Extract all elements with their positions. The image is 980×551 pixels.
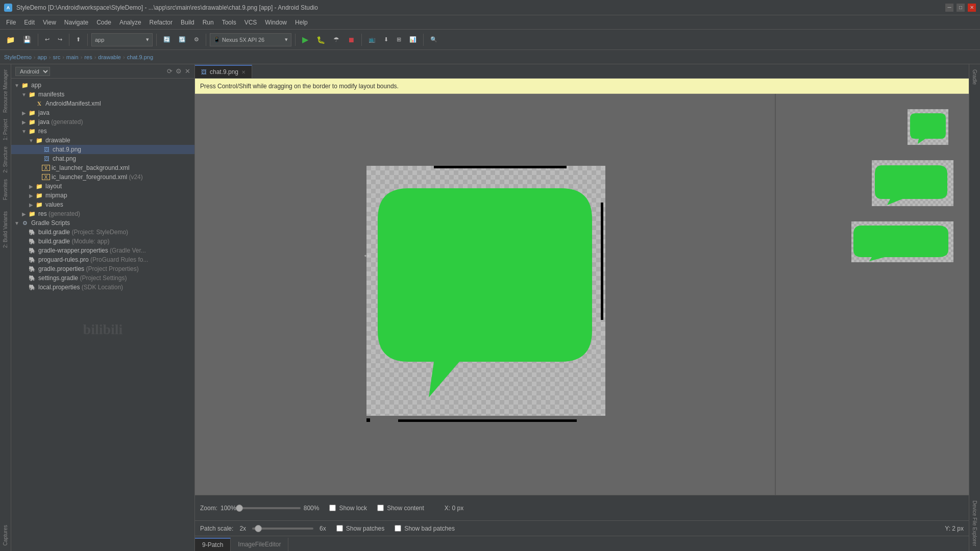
toolbar-debug-btn[interactable]: 🐛 [313, 33, 328, 47]
toolbar-gradle-btn[interactable]: ⚙ [191, 33, 202, 47]
tab-9patch[interactable]: 9-Patch [195, 538, 231, 551]
editor-area: 🖼 chat.9.png ✕ Press Control/Shift while… [195, 64, 969, 551]
tree-ic-launcher-bg[interactable]: X ic_launcher_background.xml [11, 163, 194, 172]
np-bottom-left-dot [366, 418, 370, 422]
breadcrumb-item-6[interactable]: chat.9.png [127, 54, 153, 60]
menu-build[interactable]: Build [177, 17, 199, 28]
captures-tab[interactable]: Captures [2, 522, 9, 549]
build-variants-tab[interactable]: 2: Build Variants [2, 208, 9, 251]
menu-vcs[interactable]: VCS [240, 17, 261, 28]
tree-gradle-wrapper[interactable]: 🐘 gradle-wrapper.properties (Gradle Ver.… [11, 246, 194, 255]
show-lock-checkbox[interactable] [329, 505, 336, 511]
menu-view[interactable]: View [39, 17, 60, 28]
menu-help[interactable]: Help [291, 17, 312, 28]
toolbar-open-btn[interactable]: 📁 [3, 33, 18, 47]
tree-build-gradle-app[interactable]: 🐘 build.gradle (Module: app) [11, 237, 194, 246]
tree-ic-launcher-fg[interactable]: X ic_launcher_foreground.xml (v24) [11, 172, 194, 182]
np-bottom-content-bar [398, 419, 577, 422]
toolbar-cursor-btn[interactable]: ⬆ [73, 33, 84, 47]
show-patches-checkbox[interactable] [336, 525, 343, 532]
show-lock-label: Show lock [339, 505, 367, 512]
sidebar-watermark: bilibili [11, 292, 194, 343]
toolbar-undo-btn[interactable]: ↩ [42, 33, 53, 47]
menu-code[interactable]: Code [92, 17, 115, 28]
menu-tools[interactable]: Tools [218, 17, 240, 28]
tree-java-generated[interactable]: ▶ 📁 java (generated) [11, 117, 194, 127]
nine-patch-editor[interactable]: ↔ [195, 94, 775, 495]
toolbar-sync2-btn[interactable]: 🔃 [176, 33, 189, 47]
toolbar-avd-btn[interactable]: 📺 [365, 33, 379, 47]
menu-analyze[interactable]: Analyze [115, 17, 145, 28]
sidebar-android-dropdown[interactable]: Android Project [15, 67, 50, 76]
tree-res[interactable]: ▼ 📁 res [11, 127, 194, 136]
show-content-checkbox[interactable] [377, 505, 384, 511]
toolbar-run-btn[interactable]: ▶ [299, 33, 311, 47]
resize-cursor[interactable]: ↔ [362, 251, 372, 260]
tree-res-generated[interactable]: ▶ 📁 res (generated) [11, 209, 194, 218]
menu-window[interactable]: Window [261, 17, 291, 28]
toolbar-project-dropdown[interactable]: app ▾ [91, 33, 153, 46]
toolbar-coverage-btn[interactable]: ☂ [330, 33, 342, 47]
toolbar-stop-btn[interactable]: ⏹ [345, 33, 358, 47]
tree-gradle-scripts[interactable]: ▼ ⚙ Gradle Scripts [11, 218, 194, 228]
breadcrumb-item-5[interactable]: drawable [98, 54, 121, 60]
gradle-panel-tab[interactable]: Gradle [971, 66, 978, 88]
structure-tab[interactable]: 2: Structure [2, 143, 9, 176]
tree-chat9png[interactable]: 🖼 chat.9.png [11, 145, 194, 154]
maximize-button[interactable]: □ [957, 4, 965, 12]
tree-proguard-label: proguard-rules.pro (ProGuard Rules fo... [38, 256, 148, 263]
toolbar-layout-btn[interactable]: ⊞ [394, 33, 404, 47]
tree-values-label: values [45, 201, 63, 208]
tree-settings-gradle[interactable]: 🐘 settings.gradle (Project Settings) [11, 273, 194, 283]
toolbar-sep-4 [156, 34, 157, 46]
breadcrumb-item-0[interactable]: StyleDemo [4, 54, 32, 60]
tree-drawable[interactable]: ▼ 📁 drawable [11, 136, 194, 145]
resource-manager-tab[interactable]: Resource Manager [2, 66, 9, 116]
toolbar-device-dropdown[interactable]: 📱 Nexus 5X API 26 ▾ [210, 33, 291, 46]
toolbar-redo-btn[interactable]: ↪ [55, 33, 65, 47]
patch-scale-slider[interactable] [252, 528, 313, 530]
tree-mipmap[interactable]: ▶ 📁 mipmap [11, 191, 194, 200]
tree-layout[interactable]: ▶ 📁 layout [11, 182, 194, 191]
menu-navigate[interactable]: Navigate [60, 17, 92, 28]
sidebar-sync-btn[interactable]: ⟳ [167, 67, 173, 75]
tree-java[interactable]: ▶ 📁 java [11, 108, 194, 117]
toolbar-sep-6 [295, 34, 296, 46]
tree-androidmanifest[interactable]: 𝐗 AndroidManifest.xml [11, 99, 194, 108]
toolbar-sync-btn[interactable]: 🔄 [160, 33, 174, 47]
zoom-slider[interactable] [239, 507, 301, 509]
project-tab[interactable]: 1: Project [2, 116, 9, 143]
menu-edit[interactable]: Edit [20, 17, 39, 28]
toolbar-save-btn[interactable]: 💾 [20, 33, 34, 47]
tree-gradle-props[interactable]: 🐘 gradle.properties (Project Properties) [11, 264, 194, 273]
nine-patch-canvas-area[interactable]: ↔ [357, 157, 612, 432]
tab-close-btn[interactable]: ✕ [241, 69, 246, 75]
toolbar-sdk-btn[interactable]: ⬇ [381, 33, 391, 47]
menu-file[interactable]: File [2, 17, 20, 28]
tree-manifests[interactable]: ▼ 📁 manifests [11, 90, 194, 99]
device-file-explorer-tab[interactable]: Device File Explorer [971, 497, 978, 549]
tree-values[interactable]: ▶ 📁 values [11, 200, 194, 209]
y-coord: Y: 2 px [945, 525, 964, 532]
breadcrumb-item-2[interactable]: src [53, 54, 61, 60]
tab-chat9png[interactable]: 🖼 chat.9.png ✕ [195, 65, 252, 78]
breadcrumb-item-1[interactable]: app [37, 54, 46, 60]
show-bad-patches-checkbox[interactable] [395, 525, 401, 532]
breadcrumb-item-3[interactable]: main [66, 54, 79, 60]
toolbar-profiler-btn[interactable]: 📊 [406, 33, 420, 47]
tree-app[interactable]: ▼ 📁 app [11, 81, 194, 90]
tree-chatpng[interactable]: 🖼 chat.png [11, 154, 194, 163]
tree-proguard[interactable]: 🐘 proguard-rules.pro (ProGuard Rules fo.… [11, 255, 194, 264]
sidebar-close-btn[interactable]: ✕ [185, 67, 190, 75]
favorites-tab[interactable]: Favorites [2, 176, 9, 203]
tab-image-file-editor[interactable]: ImageFileEditor [231, 538, 288, 551]
minimize-button[interactable]: ─ [945, 4, 953, 12]
breadcrumb-item-4[interactable]: res [84, 54, 92, 60]
sidebar-gear-btn[interactable]: ⚙ [176, 67, 182, 75]
tree-build-gradle-proj[interactable]: 🐘 build.gradle (Project: StyleDemo) [11, 228, 194, 237]
toolbar-search-btn[interactable]: 🔍 [427, 33, 440, 47]
menu-refactor[interactable]: Refactor [145, 17, 177, 28]
tree-local-props[interactable]: 🐘 local.properties (SDK Location) [11, 283, 194, 292]
menu-run[interactable]: Run [199, 17, 218, 28]
close-button[interactable]: ✕ [968, 4, 976, 12]
